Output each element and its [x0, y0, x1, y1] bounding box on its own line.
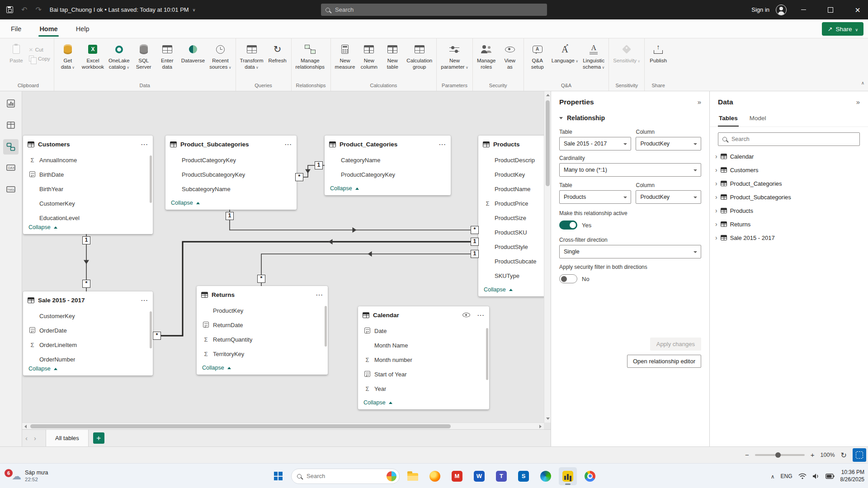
transform-data-button[interactable]: Transform data	[238, 42, 266, 72]
visibility-icon[interactable]	[462, 313, 470, 317]
edge-icon[interactable]	[537, 467, 555, 485]
model-diagram[interactable]: Customers AnnualIncome BirthDate BirthYe…	[22, 91, 544, 422]
collapse-link[interactable]: Collapse	[325, 182, 451, 195]
table-card-customers[interactable]: Customers AnnualIncome BirthDate BirthYe…	[23, 136, 153, 234]
tree-item-product-subcategories[interactable]: Product_Subcategories	[710, 190, 868, 204]
enter-data-button[interactable]: Enter data	[156, 42, 179, 72]
language-indicator[interactable]: ENG	[781, 473, 793, 479]
collapse-link[interactable]: Collapse	[165, 196, 297, 210]
recent-sources-button[interactable]: Recent sources	[207, 42, 233, 72]
chevron-right-icon[interactable]	[715, 207, 717, 214]
table-card-products[interactable]: Products ProductDescrip ProductKey Produ…	[478, 136, 544, 296]
field-row[interactable]: Start of Year	[358, 367, 489, 381]
power-bi-icon[interactable]	[559, 467, 577, 485]
table-card-product-categories[interactable]: Product_Categories CategoryName ProductC…	[325, 136, 451, 195]
sql-server-button[interactable]: SQL Server	[132, 42, 156, 72]
chevron-right-icon[interactable]	[715, 153, 717, 160]
dataverse-button[interactable]: Dataverse	[179, 42, 207, 66]
table-card-sale[interactable]: Sale 2015 - 2017 CustomerKey OrderDate O…	[23, 291, 153, 375]
tree-item-product-categories[interactable]: Product_Categories	[710, 177, 868, 190]
from-table-dropdown[interactable]: Sale 2015 - 2017	[559, 137, 631, 150]
zoom-out-button[interactable]	[745, 451, 749, 459]
collapse-link[interactable]: Collapse	[23, 362, 153, 375]
field-row[interactable]: SubcategoryName	[165, 182, 297, 196]
field-row[interactable]: CategoryName	[325, 153, 451, 167]
field-row[interactable]: EducationLevel	[23, 211, 153, 221]
volume-icon[interactable]	[812, 473, 820, 479]
field-row[interactable]: ReturnDate	[197, 318, 328, 332]
menu-home[interactable]: Home	[32, 19, 65, 38]
field-row[interactable]: Month Name	[358, 338, 489, 352]
tray-expand-icon[interactable]	[771, 472, 775, 480]
field-row[interactable]: ProductSubcategoryKey	[165, 167, 297, 182]
field-row[interactable]: ProductStyle	[478, 239, 544, 254]
redo-icon[interactable]	[35, 5, 41, 14]
get-data-button[interactable]: Get data	[56, 42, 80, 72]
wifi-icon[interactable]	[798, 473, 807, 479]
tmdl-view-button[interactable]: TMDL	[3, 183, 19, 198]
paste-button[interactable]: Paste	[5, 42, 28, 66]
card-scrollbar[interactable]	[486, 328, 488, 380]
field-row[interactable]: TerritoryKey	[197, 347, 328, 361]
qa-setup-button[interactable]: Q&A setup	[526, 42, 549, 72]
scroll-up-icon[interactable]	[546, 94, 550, 96]
collapse-link[interactable]: Collapse	[23, 221, 153, 234]
relationship-active-toggle[interactable]	[559, 221, 577, 230]
from-column-dropdown[interactable]: ProductKey	[636, 137, 701, 150]
field-row[interactable]: ProductCategoryKey	[325, 167, 451, 182]
window-title[interactable]: Bai tap_Chuong I ok • Last saved: Today …	[50, 6, 195, 13]
more-options-icon[interactable]	[141, 297, 148, 304]
to-column-dropdown[interactable]: ProductKey	[636, 190, 701, 204]
calculation-group-button[interactable]: Calculation group	[404, 42, 434, 72]
open-relationship-editor-button[interactable]: Open relationship editor	[627, 355, 701, 368]
sensitivity-button[interactable]: Sensitivity	[611, 42, 642, 66]
canvas-horizontal-scrollbar[interactable]	[22, 422, 544, 429]
chevron-right-icon[interactable]	[715, 221, 717, 228]
field-row[interactable]: ProductCategoryKey	[165, 153, 297, 167]
menu-help[interactable]: Help	[69, 19, 97, 38]
sign-in-link[interactable]: Sign in	[751, 6, 769, 13]
mail-icon[interactable]: M	[448, 467, 466, 485]
field-row[interactable]: CustomerKey	[23, 309, 153, 323]
scroll-down-icon[interactable]	[546, 418, 550, 420]
field-row[interactable]: CustomerKey	[23, 196, 153, 211]
collapse-panel-icon[interactable]	[698, 98, 701, 106]
manage-relationships-button[interactable]: Manage relationships	[293, 42, 327, 72]
field-row[interactable]: ReturnQuantity	[197, 332, 328, 347]
tab-model[interactable]: Model	[749, 112, 767, 127]
more-options-icon[interactable]	[439, 141, 446, 148]
tab-scroll-left-icon[interactable]: ‹	[22, 434, 31, 442]
reset-zoom-button[interactable]	[841, 451, 847, 460]
field-row[interactable]: BirthYear	[23, 182, 153, 196]
table-card-product-subcategories[interactable]: Product_Subcategories ProductCategoryKey…	[165, 136, 297, 210]
store-icon[interactable]: S	[514, 467, 533, 485]
tree-item-calendar[interactable]: Calendar	[710, 150, 868, 163]
field-row[interactable]: Month number	[358, 352, 489, 367]
field-row[interactable]: OrderNumber	[23, 352, 153, 362]
table-view-button[interactable]	[3, 117, 19, 133]
new-measure-button[interactable]: New measure	[333, 42, 358, 72]
chevron-right-icon[interactable]	[715, 180, 717, 187]
collapse-ribbon-button[interactable]	[861, 80, 864, 85]
tab-scroll-right-icon[interactable]: ›	[31, 434, 39, 442]
manage-roles-button[interactable]: Manage roles	[475, 42, 498, 72]
cut-button[interactable]: Cut	[29, 46, 50, 53]
chrome-icon[interactable]	[581, 467, 599, 485]
card-scrollbar[interactable]	[325, 306, 327, 347]
field-row[interactable]: ProductSize	[478, 211, 544, 225]
card-scrollbar[interactable]	[150, 311, 152, 348]
field-row[interactable]: ProductKey	[197, 303, 328, 318]
language-button[interactable]: Language	[549, 42, 580, 66]
tree-item-products[interactable]: Products	[710, 204, 868, 217]
share-button[interactable]: Share	[822, 22, 863, 36]
menu-file[interactable]: File	[4, 19, 28, 38]
collapse-link[interactable]: Collapse	[358, 396, 489, 409]
more-options-icon[interactable]	[285, 141, 292, 148]
scroll-right-icon[interactable]	[539, 425, 542, 428]
field-row[interactable]: ProductKey	[478, 167, 544, 182]
zoom-in-button[interactable]	[811, 451, 815, 459]
minimize-button[interactable]	[793, 0, 814, 19]
tab-tables[interactable]: Tables	[718, 112, 739, 127]
field-row[interactable]: ProductSubcate	[478, 254, 544, 268]
field-row[interactable]: OrderLineItem	[23, 338, 153, 352]
